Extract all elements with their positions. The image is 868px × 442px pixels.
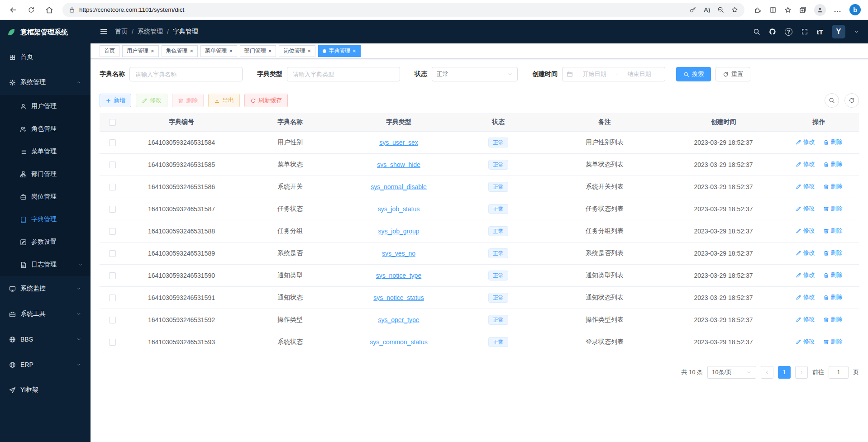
tab-menu-management[interactable]: 菜单管理× bbox=[200, 45, 237, 57]
delete-row-button[interactable]: 删除 bbox=[823, 182, 843, 190]
date-range-picker[interactable]: 开始日期 - 结束日期 bbox=[562, 67, 665, 81]
search-button[interactable]: 搜索 bbox=[676, 67, 711, 81]
row-checkbox[interactable] bbox=[109, 206, 116, 213]
dict-type-link[interactable]: sys_job_group bbox=[378, 228, 419, 235]
tab-post-management[interactable]: 岗位管理× bbox=[279, 45, 315, 57]
tab-user-management[interactable]: 用户管理× bbox=[122, 45, 159, 57]
row-checkbox[interactable] bbox=[109, 228, 116, 235]
breadcrumb-system[interactable]: 系统管理 bbox=[138, 28, 163, 36]
edit-row-button[interactable]: 修改 bbox=[796, 337, 815, 346]
dict-type-link[interactable]: sys_notice_status bbox=[373, 294, 424, 301]
delete-button[interactable]: 删除 bbox=[172, 94, 204, 107]
edit-row-button[interactable]: 修改 bbox=[796, 204, 815, 213]
edit-row-button[interactable]: 修改 bbox=[796, 182, 815, 190]
zoom-icon[interactable] bbox=[717, 6, 724, 13]
sidebar-item-dict-management[interactable]: 字典管理 bbox=[0, 208, 91, 231]
sidebar-item-menu-management[interactable]: 菜单管理 bbox=[0, 140, 91, 163]
sidebar-item-home[interactable]: 首页 bbox=[0, 44, 91, 70]
read-aloud-icon[interactable]: A) bbox=[704, 6, 710, 13]
sidebar-item-system-tools[interactable]: 系统工具 bbox=[0, 301, 91, 327]
delete-row-button[interactable]: 删除 bbox=[823, 204, 843, 213]
sidebar-item-bbs[interactable]: BBS bbox=[0, 327, 91, 352]
sidebar-item-user-management[interactable]: 用户管理 bbox=[0, 95, 91, 118]
sidebar-item-erp[interactable]: ERP bbox=[0, 352, 91, 377]
delete-row-button[interactable]: 删除 bbox=[823, 271, 843, 279]
dict-type-link[interactable]: sys_common_status bbox=[370, 338, 428, 346]
delete-row-button[interactable]: 删除 bbox=[823, 160, 843, 168]
delete-row-button[interactable]: 删除 bbox=[823, 337, 843, 346]
dict-name-input[interactable] bbox=[129, 67, 243, 81]
delete-row-button[interactable]: 删除 bbox=[823, 227, 843, 235]
add-button[interactable]: 新增 bbox=[100, 94, 131, 107]
header-search-icon[interactable] bbox=[753, 28, 760, 35]
edit-button[interactable]: 修改 bbox=[136, 94, 167, 107]
refresh-cache-button[interactable]: 刷新缓存 bbox=[244, 94, 288, 107]
close-tab-icon[interactable]: × bbox=[229, 48, 233, 54]
row-checkbox[interactable] bbox=[109, 184, 116, 190]
close-tab-icon[interactable]: × bbox=[353, 48, 356, 54]
browser-menu-icon[interactable]: … bbox=[834, 5, 842, 14]
url-text[interactable]: https://ccnetcore.com:1101/system/dict bbox=[79, 6, 686, 13]
reload-button[interactable] bbox=[24, 2, 39, 18]
delete-row-button[interactable]: 删除 bbox=[823, 138, 843, 146]
favorites-icon[interactable] bbox=[784, 6, 792, 14]
row-checkbox[interactable] bbox=[109, 162, 116, 168]
sidebar-item-role-management[interactable]: 角色管理 bbox=[0, 118, 91, 140]
delete-row-button[interactable]: 删除 bbox=[823, 293, 843, 301]
edit-row-button[interactable]: 修改 bbox=[796, 315, 815, 323]
sidebar-item-yi-framework[interactable]: Yi框架 bbox=[0, 377, 91, 403]
status-select[interactable]: 正常 bbox=[432, 67, 518, 81]
address-bar[interactable]: https://ccnetcore.com:1101/system/dict A… bbox=[62, 3, 744, 17]
dict-type-link[interactable]: sys_user_sex bbox=[379, 139, 418, 146]
dict-type-link[interactable]: sys_normal_disable bbox=[371, 183, 427, 190]
sidebar-item-system-management[interactable]: 系统管理 bbox=[0, 70, 91, 95]
goto-page-input[interactable] bbox=[829, 366, 849, 379]
start-date-placeholder[interactable]: 开始日期 bbox=[573, 70, 616, 78]
export-button[interactable]: 导出 bbox=[208, 94, 240, 107]
github-icon[interactable] bbox=[769, 28, 776, 35]
sidebar-item-post-management[interactable]: 岗位管理 bbox=[0, 185, 91, 208]
dict-type-link[interactable]: sys_oper_type bbox=[378, 316, 419, 323]
sidebar-item-param-settings[interactable]: 参数设置 bbox=[0, 231, 91, 253]
delete-row-button[interactable]: 删除 bbox=[823, 315, 843, 323]
bing-icon[interactable]: b bbox=[849, 4, 861, 15]
back-button[interactable] bbox=[5, 2, 21, 18]
tab-role-management[interactable]: 角色管理× bbox=[162, 45, 198, 57]
edit-row-button[interactable]: 修改 bbox=[796, 249, 815, 257]
refresh-table-button[interactable] bbox=[844, 93, 859, 108]
font-size-icon[interactable]: tT bbox=[817, 28, 823, 36]
tab-home[interactable]: 首页 bbox=[100, 45, 119, 57]
tab-dept-management[interactable]: 部门管理× bbox=[240, 45, 277, 57]
prev-page-button[interactable] bbox=[761, 366, 773, 379]
dict-type-link[interactable]: sys_notice_type bbox=[376, 272, 421, 279]
dict-type-link[interactable]: sys_job_status bbox=[378, 205, 420, 213]
browser-home-button[interactable] bbox=[42, 2, 57, 18]
collections-icon[interactable] bbox=[799, 6, 806, 14]
fullscreen-icon[interactable] bbox=[801, 28, 808, 35]
close-tab-icon[interactable]: × bbox=[151, 48, 154, 54]
row-checkbox[interactable] bbox=[109, 339, 116, 346]
end-date-placeholder[interactable]: 结束日期 bbox=[618, 70, 661, 78]
edit-row-button[interactable]: 修改 bbox=[796, 160, 815, 168]
row-checkbox[interactable] bbox=[109, 250, 116, 257]
sidebar-item-log-management[interactable]: 日志管理 bbox=[0, 253, 91, 276]
row-checkbox[interactable] bbox=[109, 272, 116, 279]
row-checkbox[interactable] bbox=[109, 317, 116, 323]
close-tab-icon[interactable]: × bbox=[190, 48, 194, 54]
split-screen-icon[interactable] bbox=[769, 6, 777, 14]
next-page-button[interactable] bbox=[795, 366, 808, 379]
password-key-icon[interactable] bbox=[690, 6, 696, 13]
collapse-sidebar-icon[interactable] bbox=[100, 28, 108, 36]
dict-type-link[interactable]: sys_yes_no bbox=[382, 250, 415, 257]
row-checkbox[interactable] bbox=[109, 139, 116, 146]
tab-dict-management[interactable]: 字典管理× bbox=[318, 45, 361, 57]
toggle-search-button[interactable] bbox=[825, 93, 839, 108]
close-tab-icon[interactable]: × bbox=[307, 48, 311, 54]
edit-row-button[interactable]: 修改 bbox=[796, 293, 815, 301]
profile-avatar[interactable] bbox=[814, 4, 826, 16]
delete-row-button[interactable]: 删除 bbox=[823, 249, 843, 257]
close-tab-icon[interactable]: × bbox=[268, 48, 272, 54]
user-avatar[interactable]: Y bbox=[832, 25, 845, 38]
help-icon[interactable]: ? bbox=[785, 28, 792, 36]
extensions-icon[interactable] bbox=[754, 6, 762, 14]
